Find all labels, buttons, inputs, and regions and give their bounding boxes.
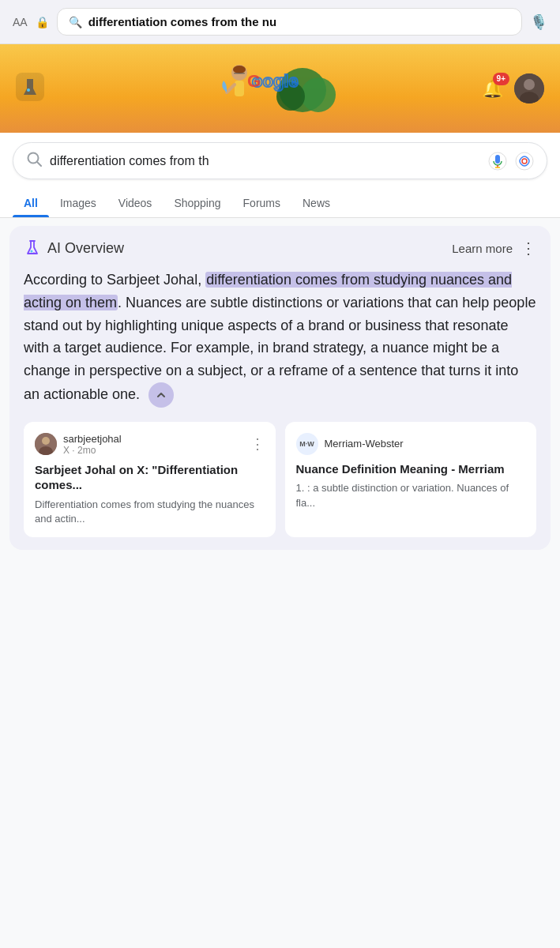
collapse-button[interactable] [148,382,174,408]
search-right-icons [488,152,534,171]
source-card-2[interactable]: M·W Merriam-Webster Nuance Definition Me… [285,422,537,537]
address-input[interactable]: 🔍 differentiation comes from the nu [57,8,522,36]
svg-point-24 [31,250,33,253]
search-icon [26,151,42,171]
source-card-2-header: M·W Merriam-Webster [296,433,526,455]
svg-point-1 [27,88,30,92]
source-1-snippet: Differentiation comes from studying the … [35,498,265,526]
svg-point-23 [522,159,527,164]
svg-line-11 [227,85,235,92]
header-right: 🔔 9+ [482,73,544,103]
source-1-meta: X · 2mo [63,445,122,456]
ai-text-content: According to Sarbjeet Johal, differentia… [24,269,536,408]
svg-point-8 [233,66,246,73]
ai-text-before: According to Sarbjeet Johal, [24,272,205,288]
ai-overview-title: AI Overview [47,240,124,257]
notification-bell[interactable]: 🔔 9+ [482,77,503,100]
source-card-1[interactable]: sarbjeetjohal X · 2mo ⋮ Sarbjeet Johal o… [24,422,276,537]
source-1-avatar [35,433,57,455]
source-card-2-header-left: M·W Merriam-Webster [296,433,404,455]
google-lens-icon[interactable] [515,152,534,171]
address-mic-icon[interactable]: 🎙️ [530,13,547,31]
search-bar[interactable]: differentiation comes from th [13,142,547,179]
source-1-info: sarbjeetjohal X · 2mo [63,433,122,456]
doodle-illustration[interactable]: oogle G [44,57,482,120]
labs-icon[interactable] [16,73,44,104]
lock-icon: 🔒 [36,16,49,28]
source-2-avatar-text: M·W [299,440,314,448]
tab-videos[interactable]: Videos [107,189,163,217]
doodle-header: oogle G 🔔 9+ [0,44,560,133]
svg-point-15 [524,79,535,90]
learn-more-button[interactable]: Learn more [452,242,513,255]
source-1-platform: X [63,445,70,456]
ai-overview-right: Learn more ⋮ [452,239,536,258]
source-1-name: sarbjeetjohal [63,433,122,445]
more-options-button[interactable]: ⋮ [521,239,536,258]
source-2-name: Merriam-Webster [325,438,404,450]
source-2-snippet: 1. : a subtle distinction or variation. … [296,481,526,510]
search-bar-container: differentiation comes from th [0,133,560,189]
source-2-title: Nuance Definition Meaning - Merriam [296,461,526,477]
address-bar: AA 🔒 🔍 differentiation comes from the nu… [0,0,560,44]
notification-badge: 9+ [493,73,509,85]
source-card-1-header-left: sarbjeetjohal X · 2mo [35,433,122,456]
svg-line-18 [37,162,41,166]
ai-text-after: . Nuances are subtle distinctions or var… [24,295,536,402]
ai-overview-section: AI Overview Learn more ⋮ According to Sa… [9,226,551,550]
tab-news[interactable]: News [291,189,341,217]
svg-rect-9 [234,73,245,74]
ai-overview-header: AI Overview Learn more ⋮ [24,239,536,258]
google-mic-icon[interactable] [488,152,507,171]
tab-forums[interactable]: Forums [232,189,291,217]
svg-text:G: G [247,71,261,91]
svg-point-4 [301,77,336,112]
source-1-title: Sarbjeet Johal on X: "Differentiation co… [35,462,265,493]
tab-shopping[interactable]: Shopping [163,189,231,217]
tab-images[interactable]: Images [49,189,107,217]
search-query-text: differentiation comes from th [50,154,480,168]
source-card-1-header: sarbjeetjohal X · 2mo ⋮ [35,433,265,456]
ai-flask-icon [24,239,41,257]
aa-text: AA [13,16,28,28]
svg-point-27 [42,437,50,445]
svg-point-22 [516,152,533,170]
source-1-more[interactable]: ⋮ [250,435,265,453]
source-2-avatar: M·W [296,433,318,455]
source-cards: sarbjeetjohal X · 2mo ⋮ Sarbjeet Johal o… [24,422,536,537]
address-query-text: differentiation comes from the nu [88,15,276,28]
svg-point-25 [33,252,35,254]
source-1-age: 2mo [77,445,96,456]
tab-all[interactable]: All [13,189,49,217]
search-small-icon: 🔍 [69,16,82,28]
svg-rect-10 [235,81,244,96]
search-tabs: All Images Videos Shopping Forums News [0,189,560,218]
font-size-control[interactable]: AA [13,16,28,28]
user-avatar[interactable] [514,73,544,103]
ai-overview-left: AI Overview [24,239,124,257]
